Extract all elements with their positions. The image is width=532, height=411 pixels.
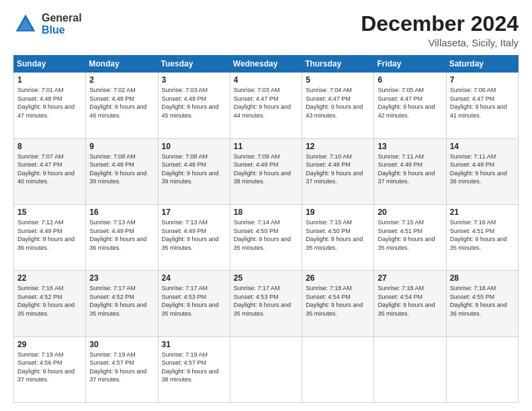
day-number: 2 <box>89 75 154 85</box>
calendar-cell: 16 Sunrise: 7:13 AMSunset: 4:49 PMDaylig… <box>86 204 158 270</box>
day-info: Sunrise: 7:18 AMSunset: 4:55 PMDaylight:… <box>450 285 507 317</box>
day-number: 11 <box>234 142 298 151</box>
calendar-cell <box>230 336 302 402</box>
logo: General Blue <box>13 12 82 36</box>
day-number: 27 <box>378 273 442 283</box>
calendar-header-saturday: Saturday <box>446 56 518 73</box>
day-number: 9 <box>89 142 154 151</box>
calendar-cell: 2 Sunrise: 7:02 AMSunset: 4:48 PMDayligh… <box>86 73 158 138</box>
day-info: Sunrise: 7:13 AMSunset: 4:49 PMDaylight:… <box>89 219 146 251</box>
day-number: 7 <box>450 75 515 85</box>
calendar-cell: 29 Sunrise: 7:19 AMSunset: 4:56 PMDaylig… <box>14 336 86 402</box>
calendar-cell: 13 Sunrise: 7:11 AMSunset: 4:48 PMDaylig… <box>374 138 446 204</box>
day-number: 25 <box>234 273 298 283</box>
calendar-cell: 22 Sunrise: 7:16 AMSunset: 4:52 PMDaylig… <box>14 271 86 336</box>
calendar-cell: 25 Sunrise: 7:17 AMSunset: 4:53 PMDaylig… <box>230 271 302 336</box>
calendar-cell: 27 Sunrise: 7:18 AMSunset: 4:54 PMDaylig… <box>374 271 446 336</box>
calendar-header-wednesday: Wednesday <box>230 56 302 73</box>
calendar-table: SundayMondayTuesdayWednesdayThursdayFrid… <box>13 55 519 403</box>
day-info: Sunrise: 7:11 AMSunset: 4:48 PMDaylight:… <box>450 153 507 185</box>
calendar-cell: 17 Sunrise: 7:13 AMSunset: 4:49 PMDaylig… <box>158 204 230 270</box>
day-info: Sunrise: 7:17 AMSunset: 4:53 PMDaylight:… <box>234 285 291 317</box>
calendar-cell: 20 Sunrise: 7:15 AMSunset: 4:51 PMDaylig… <box>374 204 446 270</box>
calendar-cell: 31 Sunrise: 7:19 AMSunset: 4:57 PMDaylig… <box>158 336 230 402</box>
day-info: Sunrise: 7:01 AMSunset: 4:48 PMDaylight:… <box>17 87 75 119</box>
calendar-week-row: 8 Sunrise: 7:07 AMSunset: 4:47 PMDayligh… <box>14 138 519 204</box>
day-info: Sunrise: 7:17 AMSunset: 4:52 PMDaylight:… <box>89 285 146 317</box>
calendar-cell: 26 Sunrise: 7:18 AMSunset: 4:54 PMDaylig… <box>302 271 374 336</box>
calendar-cell: 10 Sunrise: 7:08 AMSunset: 4:48 PMDaylig… <box>158 138 230 204</box>
calendar-cell <box>302 336 374 402</box>
day-number: 4 <box>234 75 298 85</box>
day-info: Sunrise: 7:19 AMSunset: 4:57 PMDaylight:… <box>162 351 219 383</box>
calendar-week-row: 1 Sunrise: 7:01 AMSunset: 4:48 PMDayligh… <box>14 73 519 138</box>
day-number: 21 <box>450 208 515 217</box>
calendar-cell: 9 Sunrise: 7:08 AMSunset: 4:48 PMDayligh… <box>86 138 158 204</box>
calendar-cell: 3 Sunrise: 7:03 AMSunset: 4:48 PMDayligh… <box>158 73 230 138</box>
calendar-week-row: 29 Sunrise: 7:19 AMSunset: 4:56 PMDaylig… <box>14 336 519 402</box>
calendar-header-tuesday: Tuesday <box>158 56 230 73</box>
calendar-cell: 23 Sunrise: 7:17 AMSunset: 4:52 PMDaylig… <box>86 271 158 336</box>
calendar-header-monday: Monday <box>86 56 158 73</box>
day-number: 6 <box>378 75 442 85</box>
day-number: 5 <box>306 75 370 85</box>
header: General Blue December 2024 Villaseta, Si… <box>13 12 519 48</box>
calendar-cell: 12 Sunrise: 7:10 AMSunset: 4:48 PMDaylig… <box>302 138 374 204</box>
calendar-cell: 24 Sunrise: 7:17 AMSunset: 4:53 PMDaylig… <box>158 271 230 336</box>
day-number: 16 <box>89 208 154 217</box>
day-number: 23 <box>89 273 154 283</box>
day-number: 14 <box>450 142 515 151</box>
day-number: 19 <box>306 208 370 217</box>
calendar-header-friday: Friday <box>374 56 446 73</box>
day-number: 15 <box>17 208 82 217</box>
calendar-header-sunday: Sunday <box>14 56 86 73</box>
calendar-week-row: 15 Sunrise: 7:12 AMSunset: 4:49 PMDaylig… <box>14 204 519 270</box>
day-info: Sunrise: 7:16 AMSunset: 4:52 PMDaylight:… <box>17 285 75 317</box>
day-number: 18 <box>234 208 298 217</box>
day-number: 29 <box>17 340 82 349</box>
calendar-cell: 28 Sunrise: 7:18 AMSunset: 4:55 PMDaylig… <box>446 271 518 336</box>
calendar-cell: 30 Sunrise: 7:19 AMSunset: 4:57 PMDaylig… <box>86 336 158 402</box>
day-number: 1 <box>17 75 82 85</box>
day-info: Sunrise: 7:12 AMSunset: 4:49 PMDaylight:… <box>17 219 75 251</box>
day-number: 26 <box>306 273 370 283</box>
day-number: 20 <box>378 208 442 217</box>
page: General Blue December 2024 Villaseta, Si… <box>0 0 532 411</box>
day-info: Sunrise: 7:14 AMSunset: 4:50 PMDaylight:… <box>234 219 291 251</box>
calendar-cell: 19 Sunrise: 7:15 AMSunset: 4:50 PMDaylig… <box>302 204 374 270</box>
day-info: Sunrise: 7:17 AMSunset: 4:53 PMDaylight:… <box>162 285 219 317</box>
day-info: Sunrise: 7:02 AMSunset: 4:48 PMDaylight:… <box>89 87 146 119</box>
day-info: Sunrise: 7:15 AMSunset: 4:51 PMDaylight:… <box>378 219 435 251</box>
calendar-cell <box>446 336 518 402</box>
location: Villaseta, Sicily, Italy <box>361 37 519 48</box>
logo-icon <box>13 12 38 36</box>
day-info: Sunrise: 7:18 AMSunset: 4:54 PMDaylight:… <box>306 285 363 317</box>
day-info: Sunrise: 7:04 AMSunset: 4:47 PMDaylight:… <box>306 87 363 119</box>
title-block: December 2024 Villaseta, Sicily, Italy <box>361 12 519 48</box>
day-info: Sunrise: 7:07 AMSunset: 4:47 PMDaylight:… <box>17 153 75 185</box>
day-info: Sunrise: 7:16 AMSunset: 4:51 PMDaylight:… <box>450 219 507 251</box>
day-info: Sunrise: 7:19 AMSunset: 4:57 PMDaylight:… <box>89 351 146 383</box>
calendar-cell: 1 Sunrise: 7:01 AMSunset: 4:48 PMDayligh… <box>14 73 86 138</box>
day-info: Sunrise: 7:03 AMSunset: 4:47 PMDaylight:… <box>234 87 291 119</box>
calendar-cell: 6 Sunrise: 7:05 AMSunset: 4:47 PMDayligh… <box>374 73 446 138</box>
calendar-cell: 4 Sunrise: 7:03 AMSunset: 4:47 PMDayligh… <box>230 73 302 138</box>
logo-general-text: General <box>42 12 82 24</box>
calendar-header-row: SundayMondayTuesdayWednesdayThursdayFrid… <box>14 56 519 73</box>
calendar-cell <box>374 336 446 402</box>
day-number: 30 <box>89 340 154 349</box>
day-number: 10 <box>162 142 226 151</box>
calendar-cell: 7 Sunrise: 7:06 AMSunset: 4:47 PMDayligh… <box>446 73 518 138</box>
logo-text: General Blue <box>42 12 82 36</box>
day-info: Sunrise: 7:11 AMSunset: 4:48 PMDaylight:… <box>378 153 435 185</box>
day-number: 13 <box>378 142 442 151</box>
calendar-cell: 11 Sunrise: 7:09 AMSunset: 4:48 PMDaylig… <box>230 138 302 204</box>
day-number: 22 <box>17 273 82 283</box>
day-info: Sunrise: 7:09 AMSunset: 4:48 PMDaylight:… <box>234 153 291 185</box>
calendar-cell: 14 Sunrise: 7:11 AMSunset: 4:48 PMDaylig… <box>446 138 518 204</box>
day-info: Sunrise: 7:10 AMSunset: 4:48 PMDaylight:… <box>306 153 363 185</box>
calendar-cell: 21 Sunrise: 7:16 AMSunset: 4:51 PMDaylig… <box>446 204 518 270</box>
day-number: 24 <box>162 273 226 283</box>
calendar-cell: 15 Sunrise: 7:12 AMSunset: 4:49 PMDaylig… <box>14 204 86 270</box>
calendar-header-thursday: Thursday <box>302 56 374 73</box>
